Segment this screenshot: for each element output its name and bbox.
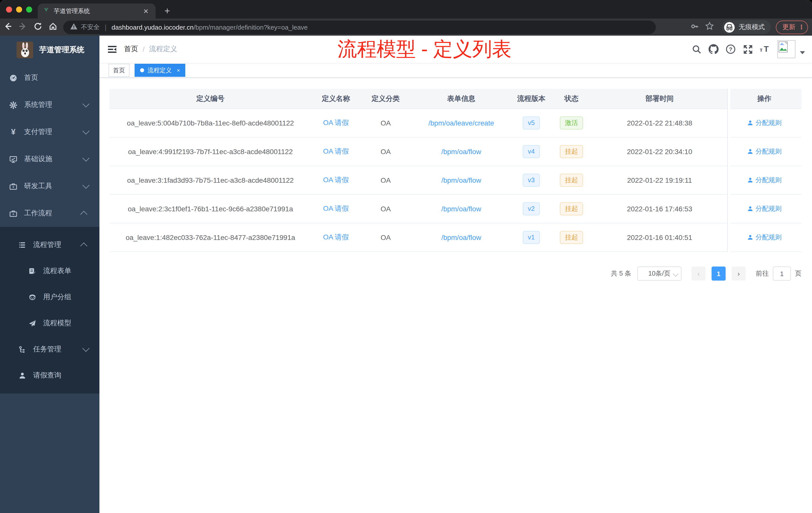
tag-process-definition[interactable]: 流程定义 × — [135, 63, 185, 77]
flow-tree-icon — [19, 345, 26, 353]
form-link[interactable]: /bpm/oa/flow — [441, 176, 481, 184]
github-icon[interactable] — [705, 44, 722, 54]
tab-close-icon[interactable]: ✕ — [141, 7, 151, 15]
home-icon[interactable] — [45, 22, 60, 32]
page-size-value: 10条/页 — [648, 269, 670, 278]
cell-id: oa_leave:1:482ec033-762a-11ec-8477-a2380… — [110, 223, 311, 252]
sidebar-logo[interactable]: 芋道管理系统 — [0, 36, 99, 64]
page-unit-label: 页 — [795, 269, 802, 278]
avatar-caret-icon[interactable] — [800, 51, 805, 54]
sidebar-item-process-model[interactable]: 流程模型 — [0, 310, 99, 336]
assign-rule-button[interactable]: 分配规则 — [747, 233, 782, 242]
form-link[interactable]: /bpm/oa/flow — [441, 148, 481, 156]
breadcrumb-home[interactable]: 首页 — [124, 45, 138, 54]
search-icon[interactable] — [688, 44, 705, 54]
page-content: 定义编号 定义名称 定义分类 表单信息 流程版本 状态 部署时间 操作 — [99, 78, 812, 513]
bookmark-star-icon[interactable] — [702, 22, 717, 33]
update-label: 更新 — [782, 23, 795, 32]
sidebar-item-home[interactable]: 首页 — [0, 64, 99, 91]
sidebar-item-process-form[interactable]: 流程表单 — [0, 258, 99, 284]
next-page-button[interactable]: › — [732, 267, 746, 280]
window-minimize-button[interactable] — [16, 6, 22, 12]
assign-rule-button[interactable]: 分配规则 — [747, 204, 782, 213]
assign-rule-label: 分配规则 — [755, 118, 782, 127]
form-link[interactable]: /bpm/oa/flow — [441, 205, 481, 213]
browser-toolbar: 不安全 | dashboard.yudao.iocoder.cn/bpm/man… — [0, 19, 812, 36]
sidebar-item-process-mgmt[interactable]: 流程管理 — [0, 232, 99, 258]
cell-category: OA — [360, 109, 411, 137]
form-link[interactable]: /bpm/oa/leave/create — [428, 119, 494, 127]
browser-menu-icon[interactable]: ⋮ — [799, 24, 805, 31]
chrome-update-button[interactable]: 更新 ⋮ — [776, 20, 808, 34]
screen: 芋道管理系统 ✕ + 不安全 | dashboard.yudao.iocoder… — [0, 0, 812, 513]
breadcrumb-separator: / — [143, 45, 145, 53]
sidebar-item-label: 工作流程 — [24, 209, 52, 218]
navbar: 首页 / 流程定义 流程模型 - 定义列表 ? — [99, 36, 812, 63]
cell-id: oa_leave:2:3c1f0ef1-76b1-11ec-9c66-a2380… — [110, 194, 311, 223]
definition-name-link[interactable]: OA 请假 — [323, 147, 349, 155]
col-header: 部署时间 — [592, 89, 727, 109]
yen-icon: ¥ — [9, 128, 17, 136]
sidebar-item-leave-query[interactable]: 请假查询 — [0, 362, 99, 389]
sidebar-item-payment[interactable]: ¥ 支付管理 — [0, 118, 99, 146]
window-close-button[interactable] — [6, 6, 12, 12]
url-bar[interactable]: 不安全 | dashboard.yudao.iocoder.cn/bpm/man… — [63, 20, 656, 34]
tag-close-icon[interactable]: × — [177, 64, 180, 76]
goto-page-input[interactable] — [773, 267, 791, 280]
toolbar-right: 无痕模式 更新 ⋮ — [687, 19, 812, 36]
status-badge: 激活 — [560, 117, 583, 129]
definition-table: 定义编号 定义名称 定义分类 表单信息 流程版本 状态 部署时间 操作 — [110, 89, 802, 252]
reload-icon[interactable] — [30, 22, 45, 32]
sidebar-item-system[interactable]: 系统管理 — [0, 91, 99, 118]
sidebar-item-label: 流程管理 — [33, 240, 61, 249]
version-badge: v5 — [523, 117, 540, 129]
tag-home[interactable]: 首页 — [109, 63, 129, 77]
cell-id: oa_leave:4:991f2193-7b7f-11ec-a3c8-acde4… — [110, 137, 311, 166]
briefcase-icon — [9, 209, 17, 217]
key-icon[interactable] — [687, 22, 702, 32]
active-dot — [140, 68, 144, 72]
assign-rule-button[interactable]: 分配规则 — [747, 147, 782, 156]
definition-name-link[interactable]: OA 请假 — [323, 176, 349, 184]
page-number-active[interactable]: 1 — [712, 267, 726, 280]
security-label[interactable]: 不安全 — [81, 23, 100, 31]
app-title: 芋道管理系统 — [39, 45, 84, 55]
assign-rule-button[interactable]: 分配规则 — [747, 176, 782, 185]
sidebar: 芋道管理系统 首页 系统管理 ¥ 支付管 — [0, 36, 99, 513]
pagination: 共 5 条 10条/页 ‹ 1 › 前往 页 — [611, 267, 802, 280]
window-zoom-button[interactable] — [26, 6, 32, 12]
user-avatar[interactable] — [777, 40, 795, 58]
status-badge: 挂起 — [560, 231, 583, 244]
definition-name-link[interactable]: OA 请假 — [323, 118, 349, 126]
definition-name-link[interactable]: OA 请假 — [323, 233, 349, 241]
new-tab-button[interactable]: + — [161, 4, 174, 18]
font-size-icon[interactable]: тT — [756, 45, 773, 54]
tag-label: 流程定义 — [148, 64, 172, 76]
browser-tab[interactable]: 芋道管理系统 ✕ — [38, 3, 156, 19]
url-separator: | — [105, 23, 107, 31]
form-link[interactable]: /bpm/oa/flow — [441, 233, 481, 241]
breadcrumb-current: 流程定义 — [149, 45, 177, 54]
sidebar-item-workflow[interactable]: 工作流程 — [0, 200, 99, 227]
sidebar-item-task-mgmt[interactable]: 任务管理 — [0, 336, 99, 362]
definition-name-link[interactable]: OA 请假 — [323, 204, 349, 212]
cell-category: OA — [360, 166, 411, 194]
gear-icon — [9, 101, 17, 109]
warning-icon — [70, 23, 77, 32]
sidebar-item-infra[interactable]: 基础设施 — [0, 146, 99, 173]
fullscreen-icon[interactable] — [739, 44, 756, 54]
goto-label: 前往 — [756, 269, 769, 278]
assign-rule-button[interactable]: 分配规则 — [747, 118, 782, 127]
svg-text:?: ? — [729, 46, 732, 53]
back-icon[interactable] — [0, 22, 15, 32]
forward-icon[interactable] — [15, 22, 30, 32]
sidebar-collapse-icon[interactable] — [99, 45, 124, 54]
prev-page-button[interactable]: ‹ — [692, 267, 705, 280]
page-size-select[interactable]: 10条/页 — [637, 267, 682, 280]
sidebar-item-devtools[interactable]: 研发工具 — [0, 173, 99, 200]
sidebar-item-user-group[interactable]: 用户分组 — [0, 284, 99, 310]
workflow-submenu: 流程管理 流程表单 用户分组 — [0, 227, 99, 394]
chevron-up-icon — [80, 211, 87, 218]
help-icon[interactable]: ? — [722, 44, 739, 54]
breadcrumb: 首页 / 流程定义 — [124, 45, 177, 54]
